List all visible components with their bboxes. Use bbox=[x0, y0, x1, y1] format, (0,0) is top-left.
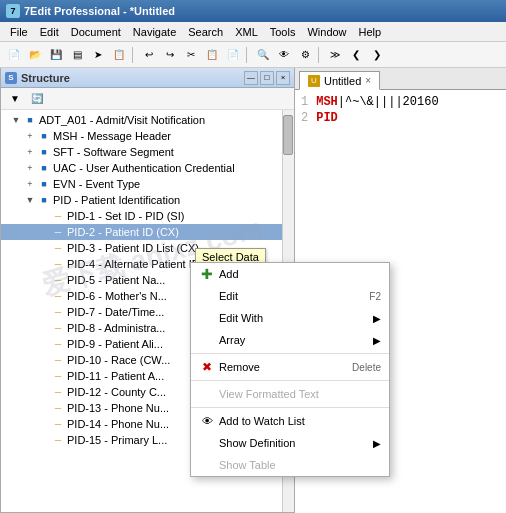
tree-label: PID-12 - County C... bbox=[67, 386, 166, 398]
ctx-remove-shortcut: Delete bbox=[352, 362, 381, 373]
new-button[interactable]: 📄 bbox=[4, 45, 24, 65]
tree-label: MSH - Message Header bbox=[53, 130, 171, 142]
ctx-addwatch-label: Add to Watch List bbox=[219, 415, 305, 427]
tab-label: Untitled bbox=[324, 75, 361, 87]
ctx-editwith-icon bbox=[199, 310, 215, 326]
toolbar-sep-3 bbox=[318, 47, 322, 63]
line-numbers: 1 2 bbox=[301, 94, 308, 126]
expander bbox=[37, 385, 51, 399]
menu-file[interactable]: File bbox=[4, 24, 34, 40]
menu-search[interactable]: Search bbox=[182, 24, 229, 40]
ctx-array[interactable]: Array ▶ bbox=[191, 329, 389, 351]
toolbar-btn-9[interactable]: ✂ bbox=[181, 45, 201, 65]
tab-untitled[interactable]: U Untitled × bbox=[299, 71, 380, 90]
toolbar-btn-7[interactable]: ↩ bbox=[139, 45, 159, 65]
ctx-remove[interactable]: ✖ Remove Delete bbox=[191, 356, 389, 378]
toolbar-btn-4[interactable]: ▤ bbox=[67, 45, 87, 65]
ctx-array-label: Array bbox=[219, 334, 245, 346]
panel-min-button[interactable]: □ bbox=[260, 71, 274, 85]
app-icon: 7 bbox=[6, 4, 20, 18]
struct-btn-2[interactable]: 🔄 bbox=[27, 89, 47, 109]
node-icon: ■ bbox=[37, 178, 51, 190]
node-icon: ─ bbox=[51, 434, 65, 446]
expander bbox=[37, 225, 51, 239]
tree-label: PID-8 - Administra... bbox=[67, 322, 165, 334]
open-button[interactable]: 📂 bbox=[25, 45, 45, 65]
tree-item-evn[interactable]: + ■ EVN - Event Type bbox=[1, 176, 294, 192]
node-icon: ─ bbox=[51, 386, 65, 398]
ctx-add-watch[interactable]: 👁 Add to Watch List bbox=[191, 410, 389, 432]
tree-item-uac[interactable]: + ■ UAC - User Authentication Credential bbox=[1, 160, 294, 176]
expander[interactable]: + bbox=[23, 161, 37, 175]
toolbar-btn-14[interactable]: ⚙ bbox=[295, 45, 315, 65]
toolbar-btn-10[interactable]: 📋 bbox=[202, 45, 222, 65]
node-icon: ■ bbox=[37, 194, 51, 206]
expander[interactable]: ▼ bbox=[9, 113, 23, 127]
panel-title-bar: S Structure — □ × bbox=[1, 68, 294, 88]
title-text: 7Edit Professional - *Untitled bbox=[24, 5, 175, 17]
ctx-show-def[interactable]: Show Definition ▶ bbox=[191, 432, 389, 454]
menu-xml[interactable]: XML bbox=[229, 24, 264, 40]
ctx-viewfmt-icon bbox=[199, 386, 215, 402]
tab-close-button[interactable]: × bbox=[365, 75, 371, 86]
panel-close-button[interactable]: × bbox=[276, 71, 290, 85]
save-button[interactable]: 💾 bbox=[46, 45, 66, 65]
toolbar-btn-12[interactable]: 🔍 bbox=[253, 45, 273, 65]
node-icon: ─ bbox=[51, 354, 65, 366]
eye-icon: 👁 bbox=[199, 413, 215, 429]
tree-item-pid1[interactable]: ─ PID-1 - Set ID - PID (SI) bbox=[1, 208, 294, 224]
tree-item-pid[interactable]: ▼ ■ PID - Patient Identification bbox=[1, 192, 294, 208]
panel-pin-button[interactable]: — bbox=[244, 71, 258, 85]
structure-icon: S bbox=[5, 72, 17, 84]
ctx-sep-2 bbox=[191, 380, 389, 381]
expander[interactable]: + bbox=[23, 145, 37, 159]
tree-label: PID - Patient Identification bbox=[53, 194, 180, 206]
menu-window[interactable]: Window bbox=[301, 24, 352, 40]
node-icon: ─ bbox=[51, 210, 65, 222]
ctx-add-label: Add bbox=[219, 268, 239, 280]
ctx-add[interactable]: ✚ Add bbox=[191, 263, 389, 285]
ctx-edit[interactable]: Edit F2 bbox=[191, 285, 389, 307]
scrollbar-thumb[interactable] bbox=[283, 115, 293, 155]
menu-help[interactable]: Help bbox=[353, 24, 388, 40]
toolbar-btn-17[interactable]: ❯ bbox=[367, 45, 387, 65]
tree-label: SFT - Software Segment bbox=[53, 146, 174, 158]
node-icon: ─ bbox=[51, 290, 65, 302]
toolbar-btn-15[interactable]: ≫ bbox=[325, 45, 345, 65]
expander bbox=[37, 353, 51, 367]
expander[interactable]: ▼ bbox=[23, 193, 37, 207]
plus-green-icon: ✚ bbox=[199, 266, 215, 282]
tree-item-msh[interactable]: + ■ MSH - Message Header bbox=[1, 128, 294, 144]
ctx-view-formatted: View Formatted Text bbox=[191, 383, 389, 405]
tree-item-pid2[interactable]: ─ PID-2 - Patient ID (CX) bbox=[1, 224, 294, 240]
expander bbox=[37, 401, 51, 415]
ctx-editwith-arrow: ▶ bbox=[373, 313, 381, 324]
toolbar-btn-11[interactable]: 📄 bbox=[223, 45, 243, 65]
code-pid: PID bbox=[316, 111, 338, 125]
expander bbox=[37, 337, 51, 351]
expander bbox=[37, 257, 51, 271]
tree-item-sft[interactable]: + ■ SFT - Software Segment bbox=[1, 144, 294, 160]
node-icon: ─ bbox=[51, 306, 65, 318]
expander[interactable]: + bbox=[23, 177, 37, 191]
panel-title: Structure bbox=[21, 72, 70, 84]
toolbar-btn-6[interactable]: 📋 bbox=[109, 45, 129, 65]
struct-btn-1[interactable]: ▼ bbox=[5, 89, 25, 109]
expander[interactable]: + bbox=[23, 129, 37, 143]
menu-tools[interactable]: Tools bbox=[264, 24, 302, 40]
menu-document[interactable]: Document bbox=[65, 24, 127, 40]
structure-toolbar: ▼ 🔄 bbox=[1, 88, 294, 110]
node-icon: ─ bbox=[51, 322, 65, 334]
node-icon: ─ bbox=[51, 418, 65, 430]
toolbar-btn-13[interactable]: 👁 bbox=[274, 45, 294, 65]
tree-label: ADT_A01 - Admit/Visit Notification bbox=[39, 114, 205, 126]
ctx-edit-with[interactable]: Edit With ▶ bbox=[191, 307, 389, 329]
line-num-1: 1 bbox=[301, 94, 308, 110]
toolbar-btn-8[interactable]: ↪ bbox=[160, 45, 180, 65]
menu-edit[interactable]: Edit bbox=[34, 24, 65, 40]
menu-navigate[interactable]: Navigate bbox=[127, 24, 182, 40]
tree-item-adt[interactable]: ▼ ■ ADT_A01 - Admit/Visit Notification bbox=[1, 112, 294, 128]
toolbar-btn-5[interactable]: ➤ bbox=[88, 45, 108, 65]
toolbar-btn-16[interactable]: ❮ bbox=[346, 45, 366, 65]
code-msh: MSH bbox=[316, 95, 338, 109]
